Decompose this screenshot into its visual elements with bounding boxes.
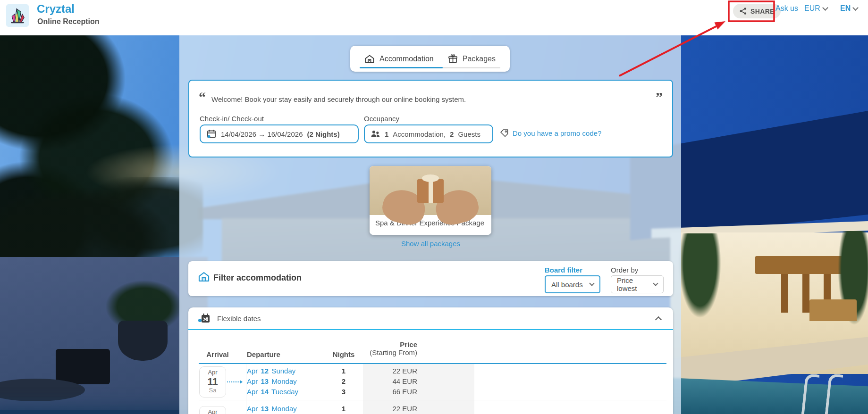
filter-title: Filter accommodation bbox=[213, 273, 302, 283]
order-by-value: Price lowest bbox=[617, 276, 654, 292]
booking-page: Cryztal Online Reception SHARE Ask us EU… bbox=[0, 0, 868, 414]
share-icon bbox=[739, 7, 747, 15]
table-row: Apr 13 Monday 2 44 EUR bbox=[188, 377, 673, 387]
col-nights: Nights bbox=[328, 350, 359, 358]
accommodation-count: 1 bbox=[385, 130, 388, 138]
main-content: Accommodation Packages “ ” Welcome! Book… bbox=[0, 0, 868, 414]
house-icon bbox=[198, 271, 210, 282]
quote-close-icon: ” bbox=[656, 89, 663, 105]
chevron-down-icon bbox=[852, 5, 859, 11]
tab-label: Packages bbox=[463, 55, 496, 63]
app-title[interactable]: Cryztal bbox=[37, 2, 75, 16]
show-all-packages-link[interactable]: Show all packages bbox=[188, 240, 673, 248]
nights-value: 3 bbox=[328, 388, 359, 396]
welcome-message: Welcome! Book your stay easily and secur… bbox=[211, 95, 646, 103]
board-filter-value: All boards bbox=[551, 281, 583, 289]
date-range-value: 14/04/2026 → 16/04/2026 bbox=[221, 130, 303, 138]
guests-count: 2 bbox=[450, 130, 454, 138]
accommodation-text: Accommodation, bbox=[393, 130, 446, 138]
share-label: SHARE bbox=[750, 8, 775, 15]
nights-count: (2 Nights) bbox=[307, 130, 339, 138]
order-by-label: Order by bbox=[611, 266, 638, 274]
nights-value: 2 bbox=[328, 377, 359, 385]
board-filter-label: Board filter bbox=[545, 266, 582, 274]
promo-code-link[interactable]: Do you have a promo code? bbox=[500, 129, 601, 138]
col-price: Price (Starting From) bbox=[363, 340, 417, 356]
table-row: Apr 12 Sunday 1 22 EUR bbox=[188, 366, 673, 377]
filter-panel: Filter accommodation Board filter All bo… bbox=[188, 261, 673, 296]
nights-value: 1 bbox=[328, 367, 359, 375]
tab-packages[interactable]: Packages bbox=[448, 54, 496, 64]
flex-date-group: Apr Apr 13 Monday 1 22 EUR bbox=[188, 400, 673, 414]
share-button[interactable]: SHARE bbox=[733, 4, 781, 18]
tab-label: Accommodation bbox=[379, 55, 434, 63]
date-range-field[interactable]: 14/04/2026 → 16/04/2026 (2 Nights) bbox=[200, 124, 359, 143]
chevron-down-icon bbox=[589, 281, 594, 286]
departure-link[interactable]: Apr 12 Sunday bbox=[247, 367, 295, 375]
price-value: 44 EUR bbox=[363, 377, 474, 385]
occupancy-field-label: Occupancy bbox=[364, 115, 399, 123]
crystal-icon bbox=[8, 6, 27, 25]
ask-us-link[interactable]: Ask us bbox=[775, 4, 798, 13]
price-value: 22 EUR bbox=[363, 367, 474, 375]
flexible-dates-panel: Flexible dates Arrival Departure Nights … bbox=[188, 307, 673, 414]
notification-dot bbox=[198, 319, 202, 322]
tab-underline bbox=[360, 67, 500, 68]
active-tab-indicator bbox=[360, 67, 443, 68]
nights-value: 1 bbox=[328, 405, 359, 413]
col-departure: Departure bbox=[247, 350, 280, 358]
calendar-shuffle-icon bbox=[200, 313, 211, 324]
currency-selector[interactable]: EUR bbox=[804, 4, 827, 13]
flexible-dates-header[interactable]: Flexible dates bbox=[188, 307, 673, 330]
tab-accommodation[interactable]: Accommodation bbox=[364, 54, 434, 64]
table-row: Apr 13 Monday 1 22 EUR bbox=[188, 404, 673, 414]
gift-box-shape bbox=[417, 179, 444, 203]
flexible-dates-title: Flexible dates bbox=[217, 315, 261, 323]
promo-code-label: Do you have a promo code? bbox=[513, 129, 601, 137]
occupancy-field[interactable]: 1 Accommodation, 2 Guests bbox=[364, 124, 493, 143]
gift-icon bbox=[448, 54, 458, 64]
chevron-up-icon[interactable] bbox=[655, 316, 662, 323]
departure-link[interactable]: Apr 14 Tuesday bbox=[247, 388, 298, 396]
booking-tabs: Accommodation Packages bbox=[350, 46, 510, 72]
departure-link[interactable]: Apr 13 Monday bbox=[247, 405, 297, 413]
price-value: 22 EUR bbox=[363, 405, 474, 413]
quote-open-icon: “ bbox=[199, 89, 206, 105]
currency-value: EUR bbox=[804, 4, 820, 13]
language-selector[interactable]: EN bbox=[840, 4, 858, 13]
chevron-down-icon bbox=[822, 5, 828, 11]
house-icon bbox=[364, 54, 375, 64]
dates-field-label: Check-in/ Check-out bbox=[200, 115, 264, 123]
table-row: Apr 14 Tuesday 3 66 EUR bbox=[188, 387, 673, 397]
guests-icon bbox=[371, 129, 380, 139]
departure-link[interactable]: Apr 13 Monday bbox=[247, 377, 297, 385]
col-arrival: Arrival bbox=[199, 350, 236, 358]
flex-date-group: Apr 11 Sa Apr 12 Sunday 1 22 EUR Apr 13 … bbox=[188, 364, 673, 400]
tag-icon bbox=[500, 129, 509, 138]
calendar-icon bbox=[206, 129, 217, 139]
package-card[interactable]: Spa & Dinner Experience Package bbox=[370, 166, 491, 235]
package-image bbox=[370, 166, 491, 215]
price-value: 66 EUR bbox=[363, 388, 474, 396]
app-subtitle: Online Reception bbox=[37, 17, 100, 26]
language-value: EN bbox=[840, 4, 851, 13]
top-header: Cryztal Online Reception SHARE Ask us EU… bbox=[0, 0, 868, 35]
flex-table-header: Arrival Departure Nights Price (Starting… bbox=[188, 335, 673, 363]
order-by-select[interactable]: Price lowest bbox=[611, 275, 664, 293]
brand-logo[interactable] bbox=[6, 4, 29, 27]
board-filter-select[interactable]: All boards bbox=[545, 275, 600, 293]
guests-text: Guests bbox=[458, 130, 480, 138]
